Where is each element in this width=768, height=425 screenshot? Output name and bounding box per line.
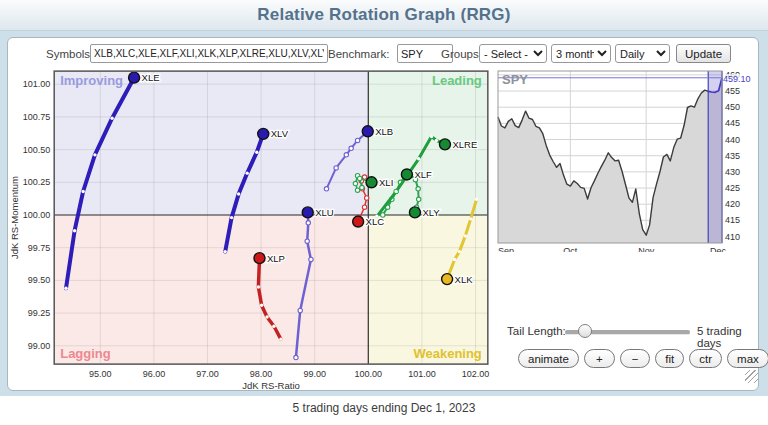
page-title: Relative Rotation Graph (RRG) — [257, 5, 510, 25]
marker-XLF[interactable] — [401, 169, 412, 180]
marker-XLRE[interactable] — [439, 139, 450, 150]
label-XLU: XLU — [315, 207, 334, 218]
svg-text:Dec: Dec — [710, 246, 727, 252]
svg-text:430: 430 — [725, 167, 740, 177]
marker-XLC[interactable] — [353, 216, 364, 227]
spy-chart-title: SPY — [502, 72, 528, 87]
groups-label: Groups: — [441, 48, 482, 60]
svg-text:JdK RS-Momentum: JdK RS-Momentum — [10, 176, 20, 259]
svg-text:435: 435 — [725, 151, 740, 161]
svg-text:102.00: 102.00 — [462, 369, 490, 379]
svg-text:98.00: 98.00 — [250, 369, 273, 379]
center-button[interactable]: ctr — [689, 349, 722, 368]
interval-select[interactable]: Daily — [615, 44, 670, 63]
svg-text:99.00: 99.00 — [303, 369, 326, 379]
label-XLP: XLP — [267, 253, 285, 264]
spy-last-price-label: 459.10 — [723, 74, 751, 84]
spy-chart: 460455450445440435430425420415410SepOctN… — [496, 68, 760, 252]
svg-text:100.75: 100.75 — [23, 112, 51, 122]
svg-text:99.75: 99.75 — [28, 243, 51, 253]
fit-button[interactable]: fit — [655, 349, 684, 368]
symbols-input[interactable] — [90, 44, 328, 63]
svg-text:97.00: 97.00 — [196, 369, 219, 379]
animate-button[interactable]: animate — [518, 349, 579, 368]
svg-text:100.00: 100.00 — [23, 210, 51, 220]
svg-text:450: 450 — [725, 102, 740, 112]
period-select[interactable]: 3 months — [551, 44, 611, 63]
svg-text:Oct: Oct — [563, 246, 578, 252]
tail-length-value: 5 trading days — [697, 325, 768, 349]
zoom-out-button[interactable]: − — [620, 349, 651, 368]
svg-text:410: 410 — [725, 232, 740, 242]
svg-text:Nov: Nov — [638, 246, 655, 252]
marker-XLY[interactable] — [409, 207, 420, 218]
svg-text:415: 415 — [725, 215, 740, 225]
label-XLV: XLV — [271, 128, 289, 139]
label-XLY: XLY — [422, 207, 440, 218]
label-XLF: XLF — [414, 169, 432, 180]
groups-select[interactable]: - Select - — [479, 44, 547, 63]
tail-length-slider-thumb[interactable] — [578, 324, 592, 338]
svg-text:96.00: 96.00 — [143, 369, 166, 379]
svg-text:100.25: 100.25 — [23, 177, 51, 187]
svg-text:JdK RS-Ratio: JdK RS-Ratio — [242, 380, 300, 391]
svg-text:99.50: 99.50 — [28, 275, 51, 285]
marker-XLV[interactable] — [258, 128, 269, 139]
marker-XLK[interactable] — [442, 274, 453, 285]
svg-text:101.00: 101.00 — [408, 369, 436, 379]
svg-text:99.00: 99.00 — [28, 341, 51, 351]
svg-text:Lagging: Lagging — [60, 346, 111, 361]
marker-XLP[interactable] — [254, 253, 265, 264]
svg-text:445: 445 — [725, 118, 740, 128]
svg-text:455: 455 — [725, 86, 740, 96]
label-XLI: XLI — [379, 177, 393, 188]
update-button[interactable]: Update — [676, 44, 731, 63]
svg-text:101.00: 101.00 — [23, 79, 51, 89]
label-XLE: XLE — [142, 72, 160, 83]
svg-text:425: 425 — [725, 183, 740, 193]
svg-text:100.00: 100.00 — [355, 369, 383, 379]
svg-text:Leading: Leading — [432, 73, 482, 88]
marker-XLE[interactable] — [129, 72, 140, 83]
label-XLK: XLK — [455, 274, 474, 285]
svg-text:Weakening: Weakening — [413, 346, 481, 361]
svg-text:Improving: Improving — [60, 73, 123, 88]
max-button[interactable]: max — [727, 349, 768, 368]
app-header: Relative Rotation Graph (RRG) — [0, 0, 768, 31]
svg-text:Sep: Sep — [498, 246, 514, 252]
svg-text:420: 420 — [725, 199, 740, 209]
svg-text:440: 440 — [725, 135, 740, 145]
marker-XLB[interactable] — [362, 126, 373, 137]
marker-XLU[interactable] — [302, 207, 313, 218]
zoom-in-button[interactable]: + — [584, 349, 615, 368]
svg-text:100.50: 100.50 — [23, 145, 51, 155]
marker-XLI[interactable] — [366, 177, 377, 188]
rrg-chart: 95.0096.0097.0098.0099.00100.00101.00102… — [10, 62, 494, 392]
chart-caption: 5 trading days ending Dec 1, 2023 — [0, 401, 768, 415]
label-XLC: XLC — [366, 216, 385, 227]
benchmark-label: Benchmark: — [328, 48, 389, 60]
resize-handle-icon[interactable] — [745, 370, 758, 383]
chart-controls: animate + − fit ctr max — [518, 349, 768, 368]
label-XLB: XLB — [375, 126, 393, 137]
label-XLRE: XLRE — [452, 139, 477, 150]
svg-text:99.25: 99.25 — [28, 308, 51, 318]
spy-highlight-band — [708, 71, 722, 243]
svg-text:95.00: 95.00 — [89, 369, 112, 379]
tail-length-label: Tail Length: — [507, 325, 566, 337]
symbols-label: Symbols: — [46, 48, 93, 60]
